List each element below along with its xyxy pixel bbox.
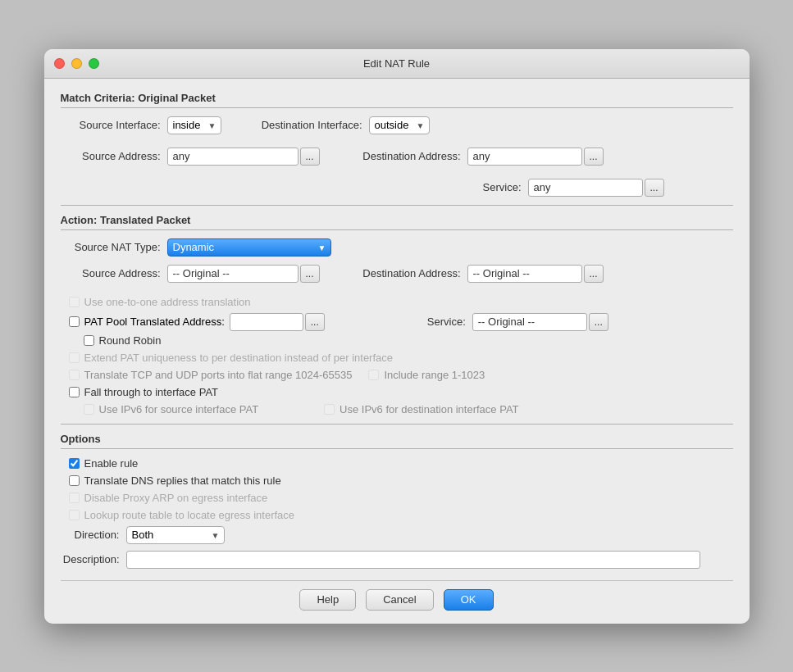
service-row: Service: ...	[397, 179, 733, 197]
titlebar: Edit NAT Rule	[44, 49, 750, 79]
translated-address-row: Source Address: ... Destination Address:…	[61, 265, 733, 289]
include-range-label: Include range 1-1023	[384, 369, 485, 381]
one-to-one-checkbox[interactable]	[69, 297, 80, 307]
ipv6-source-label: Use IPv6 for source interface PAT	[99, 403, 259, 415]
section-divider-2	[61, 424, 733, 425]
pat-service-row: PAT Pool Translated Address: ... Service…	[61, 313, 733, 331]
direction-select[interactable]: Both	[126, 526, 225, 544]
destination-address-input[interactable]	[467, 148, 582, 166]
extend-pat-checkbox[interactable]	[69, 352, 80, 363]
enable-rule-label: Enable rule	[84, 457, 139, 470]
source-dest-address-row: Source Address: ... Destination Address:…	[61, 148, 733, 172]
include-range-checkbox[interactable]	[368, 370, 379, 380]
translated-source-address-label: Source Address:	[61, 267, 167, 279]
action-header: Action: Translated Packet	[61, 214, 733, 230]
include-range-checkbox-row: Include range 1-1023	[368, 369, 485, 381]
fall-through-row: Fall through to interface PAT	[69, 386, 733, 398]
enable-rule-checkbox[interactable]	[69, 458, 80, 469]
translated-source-address-row: Source Address: ...	[61, 265, 320, 283]
translated-source-address-browse-button[interactable]: ...	[300, 265, 320, 283]
help-button[interactable]: Help	[299, 589, 356, 611]
source-address-label: Source Address:	[61, 150, 167, 162]
destination-interface-label: Destination Interface:	[238, 119, 369, 131]
translate-dns-row: Translate DNS replies that match this ru…	[69, 474, 733, 487]
translated-destination-address-row: Destination Address: ...	[336, 265, 604, 283]
ipv6-source-checkbox[interactable]	[84, 404, 94, 415]
translated-service-row: Service: ...	[341, 313, 608, 331]
source-address-row: Source Address: ...	[61, 148, 320, 166]
options-header: Options	[61, 433, 733, 449]
fall-through-label: Fall through to interface PAT	[84, 386, 219, 398]
pat-pool-browse-button[interactable]: ...	[305, 313, 325, 331]
ipv6-dest-label: Use IPv6 for destination interface PAT	[340, 403, 518, 415]
disable-proxy-arp-checkbox[interactable]	[69, 493, 80, 503]
translated-destination-address-label: Destination Address:	[336, 267, 467, 279]
pat-pool-row: PAT Pool Translated Address: ...	[69, 313, 325, 331]
one-to-one-row: Use one-to-one address translation	[69, 296, 733, 308]
direction-select-wrapper: Both ▼	[126, 526, 225, 544]
source-nat-type-label: Source NAT Type:	[61, 241, 167, 253]
one-to-one-label: Use one-to-one address translation	[84, 296, 251, 308]
destination-address-browse-button[interactable]: ...	[584, 148, 604, 166]
ipv6-dest-row: Use IPv6 for destination interface PAT	[324, 403, 518, 415]
cancel-button[interactable]: Cancel	[366, 589, 433, 611]
lookup-route-row: Lookup route table to locate egress inte…	[69, 509, 733, 521]
destination-address-row: Destination Address: ...	[336, 148, 604, 166]
description-label: Description:	[61, 553, 126, 565]
extend-pat-row: Extend PAT uniqueness to per destination…	[69, 352, 733, 364]
section-divider-1	[61, 205, 733, 206]
translate-tcp-label: Translate TCP and UDP ports into flat ra…	[84, 369, 353, 381]
destination-address-label: Destination Address:	[336, 150, 467, 162]
lookup-route-checkbox[interactable]	[69, 510, 80, 520]
round-robin-label: Round Robin	[99, 334, 162, 347]
translate-dns-label: Translate DNS replies that match this ru…	[84, 474, 281, 487]
disable-proxy-arp-label: Disable Proxy ARP on egress interface	[84, 492, 268, 504]
service-input[interactable]	[528, 179, 643, 197]
source-interface-select-wrapper: inside ▼	[167, 116, 221, 134]
translate-tcp-checkbox[interactable]	[69, 370, 80, 380]
pat-pool-input[interactable]	[230, 313, 303, 331]
translate-tcp-checkbox-row: Translate TCP and UDP ports into flat ra…	[69, 369, 353, 381]
fall-through-checkbox[interactable]	[69, 387, 80, 397]
maximize-button[interactable]	[89, 58, 99, 69]
pat-pool-label: PAT Pool Translated Address:	[84, 316, 225, 328]
description-row: Description:	[61, 551, 733, 569]
service-row-container: Service: ...	[61, 179, 733, 197]
service-label: Service:	[397, 181, 528, 193]
translate-tcp-row: Translate TCP and UDP ports into flat ra…	[69, 369, 733, 381]
destination-interface-select[interactable]: outside	[369, 116, 430, 134]
source-address-browse-button[interactable]: ...	[300, 148, 320, 166]
ok-button[interactable]: OK	[444, 589, 494, 611]
translated-destination-address-browse-button[interactable]: ...	[584, 265, 604, 283]
translated-service-browse-button[interactable]: ...	[589, 313, 608, 331]
minimize-button[interactable]	[71, 58, 82, 69]
source-nat-type-select-wrapper: Dynamic ▼	[167, 238, 331, 257]
ipv6-dest-checkbox[interactable]	[324, 404, 335, 415]
translated-source-address-input[interactable]	[167, 265, 299, 283]
close-button[interactable]	[54, 58, 65, 69]
description-input[interactable]	[126, 551, 700, 569]
translate-dns-checkbox[interactable]	[69, 475, 80, 486]
ipv6-options-row: Use IPv6 for source interface PAT Use IP…	[84, 403, 733, 415]
source-nat-type-select[interactable]: Dynamic	[167, 238, 331, 257]
ipv6-source-row: Use IPv6 for source interface PAT	[84, 403, 259, 415]
translated-destination-address-input[interactable]	[467, 265, 582, 283]
source-address-input[interactable]	[167, 148, 299, 166]
window-title: Edit NAT Rule	[363, 57, 430, 70]
disable-proxy-arp-row: Disable Proxy ARP on egress interface	[69, 492, 733, 504]
service-browse-button[interactable]: ...	[645, 179, 664, 197]
match-criteria-header: Match Criteria: Original Packet	[61, 92, 733, 108]
pat-pool-checkbox[interactable]	[69, 316, 80, 327]
source-interface-select[interactable]: inside	[167, 116, 221, 134]
translated-service-input[interactable]	[472, 313, 587, 331]
main-window: Edit NAT Rule Match Criteria: Original P…	[44, 49, 750, 624]
source-interface-row: Source Interface: inside ▼	[61, 116, 221, 134]
translated-service-label: Service:	[341, 316, 472, 328]
source-dest-interface-row: Source Interface: inside ▼ Destination I…	[61, 116, 733, 141]
enable-rule-row: Enable rule	[69, 457, 733, 470]
source-interface-label: Source Interface:	[61, 119, 167, 131]
lookup-route-label: Lookup route table to locate egress inte…	[84, 509, 295, 521]
round-robin-checkbox[interactable]	[84, 335, 94, 346]
round-robin-row: Round Robin	[84, 334, 733, 347]
extend-pat-label: Extend PAT uniqueness to per destination…	[84, 352, 394, 364]
